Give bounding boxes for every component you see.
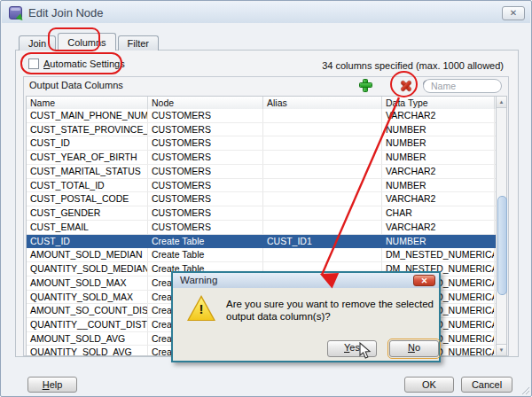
cell-name: CUST_TOTAL_ID: [27, 179, 148, 192]
cell-node: CUSTOMERS: [148, 179, 263, 192]
no-button[interactable]: No: [389, 340, 439, 357]
cell-alias: [263, 165, 382, 178]
table-row[interactable]: CUST_GENDERCUSTOMERSCHAR: [27, 206, 496, 221]
scroll-down-icon[interactable]: ▼: [497, 344, 506, 355]
table-row[interactable]: CUST_TOTAL_IDCUSTOMERSNUMBER: [27, 179, 496, 193]
cell-name: AMOUNT_SOLD_MEDIAN: [27, 248, 148, 261]
scrollbar-thumb[interactable]: [497, 196, 507, 295]
help-button[interactable]: Help: [27, 377, 77, 393]
cell-node: CUSTOMERS: [148, 221, 263, 234]
cell-node: CUSTOMERS: [148, 109, 263, 122]
cell-name: CUST_MARITAL_STATUS: [27, 165, 148, 178]
cell-alias: [263, 151, 382, 164]
cell-alias: [263, 136, 382, 150]
yes-button[interactable]: Yes: [327, 340, 377, 357]
cell-type: VARCHAR2: [382, 109, 495, 122]
cell-name: CUST_POSTAL_CODE: [27, 192, 148, 206]
cell-name: CUST_YEAR_OF_BIRTH: [27, 151, 148, 164]
output-data-columns-label: Output Data Columns: [29, 80, 123, 90]
cell-type: VARCHAR2: [382, 192, 495, 206]
cell-name: CUST_STATE_PROVINCE_ID: [27, 123, 148, 136]
cell-alias: CUST_ID1: [263, 235, 382, 248]
automatic-settings-checkbox[interactable]: [28, 58, 39, 69]
columns-count-info: 34 columns specified (max. 1000 allowed): [322, 60, 504, 71]
cell-alias: [263, 192, 382, 206]
cell-alias: [263, 206, 382, 220]
table-row[interactable]: CUST_POSTAL_CODECUSTOMERSVARCHAR2: [27, 192, 496, 206]
table-row[interactable]: CUST_MARITAL_STATUSCUSTOMERSVARCHAR2: [27, 165, 496, 179]
scroll-up-icon[interactable]: ▲: [497, 97, 506, 108]
table-row[interactable]: CUST_IDCreate TableCUST_ID1NUMBER: [27, 235, 496, 249]
cell-name: QUANTITY_SOLD_AVG: [27, 346, 148, 355]
table-row[interactable]: CUST_STATE_PROVINCE_IDCUSTOMERSNUMBER: [27, 123, 496, 137]
table-row[interactable]: CUST_IDCUSTOMERSNUMBER: [27, 136, 496, 151]
cell-name: CUST_MAIN_PHONE_NUMBER: [27, 109, 148, 122]
col-header-data-type[interactable]: Data Type: [382, 97, 495, 109]
resize-grip[interactable]: [520, 385, 529, 394]
table-row[interactable]: CUST_EMAILCUSTOMERSVARCHAR2: [27, 221, 496, 235]
warning-titlebar: Warning: [173, 273, 439, 288]
cell-alias: [263, 109, 382, 122]
cell-type: NUMBER: [382, 179, 495, 192]
cell-name: AMOUNT_SO_COUNT_DIST...: [27, 304, 148, 317]
cell-name: CUST_GENDER: [27, 206, 148, 220]
warning-triangle-icon: !: [187, 295, 215, 321]
search-input[interactable]: [423, 79, 502, 93]
table-scrollbar[interactable]: ▲ ▼: [496, 96, 507, 356]
ok-button[interactable]: OK: [404, 377, 454, 393]
table-header-row: Name Node Alias Data Type: [27, 97, 496, 110]
warning-dialog: Warning ✕ ! Are you sure you want to rem…: [171, 271, 441, 362]
cancel-button[interactable]: Cancel: [461, 377, 512, 393]
tab-bar: Join Columns Filter: [19, 35, 160, 51]
warning-close-icon[interactable]: ✕: [413, 275, 435, 286]
cell-type: VARCHAR2: [382, 165, 495, 178]
cell-name: CUST_EMAIL: [27, 221, 148, 234]
col-header-node[interactable]: Node: [148, 97, 263, 109]
cell-alias: [263, 123, 382, 136]
table-row[interactable]: CUST_YEAR_OF_BIRTHCUSTOMERSNUMBER: [27, 151, 496, 165]
warning-message-line2: output data column(s)?: [226, 310, 434, 323]
tab-columns[interactable]: Columns: [58, 33, 115, 51]
cell-name: CUST_ID: [27, 136, 148, 150]
cell-alias: [263, 179, 382, 192]
warning-message: Are you sure you want to remove the sele…: [226, 298, 434, 323]
cell-node: CUSTOMERS: [148, 151, 263, 164]
cell-type: NUMBER: [382, 235, 495, 248]
window-title: Edit Join Node: [28, 6, 104, 19]
cell-node: Create Table: [148, 248, 263, 261]
remove-column-icon[interactable]: [400, 80, 412, 92]
cell-name: CUST_ID: [27, 235, 148, 248]
cell-name: AMOUNT_SOLD_AVG: [27, 332, 148, 346]
cell-type: NUMBER: [382, 136, 495, 150]
cell-alias: [263, 248, 382, 261]
cell-node: CUSTOMERS: [148, 206, 263, 220]
table-row[interactable]: AMOUNT_SOLD_MEDIANCreate TableDM_NESTED_…: [27, 248, 496, 262]
cell-name: QUANTITY_SOLD_MAX: [27, 291, 148, 304]
table-row[interactable]: CUST_MAIN_PHONE_NUMBERCUSTOMERSVARCHAR2: [27, 109, 496, 123]
tab-join[interactable]: Join: [19, 35, 56, 51]
tab-filter[interactable]: Filter: [118, 35, 159, 51]
cell-type: VARCHAR2: [382, 221, 495, 234]
cell-name: QUANTITY__COUNT_DISTI...: [27, 318, 148, 331]
cell-name: QUANTITY_SOLD_MEDIAN: [27, 262, 148, 276]
window-close-icon[interactable]: ✕: [502, 6, 525, 20]
warning-message-line1: Are you sure you want to remove the sele…: [226, 298, 434, 310]
cell-node: CUSTOMERS: [148, 192, 263, 206]
cell-name: AMOUNT_SOLD_MAX: [27, 276, 148, 290]
cell-node: CUSTOMERS: [148, 165, 263, 178]
col-header-alias[interactable]: Alias: [263, 97, 382, 109]
edit-join-node-icon: [9, 6, 22, 19]
col-header-name[interactable]: Name: [27, 97, 148, 109]
cell-node: CUSTOMERS: [148, 123, 263, 136]
cell-node: CUSTOMERS: [148, 136, 263, 150]
cell-type: CHAR: [382, 206, 495, 220]
cell-alias: [263, 221, 382, 234]
automatic-settings-label: Automatic Settings: [43, 58, 125, 69]
titlebar: Edit Join Node: [2, 2, 530, 23]
cell-node: Create Table: [148, 235, 263, 248]
cell-type: NUMBER: [382, 123, 495, 136]
add-column-icon[interactable]: [359, 79, 372, 92]
cell-type: NUMBER: [382, 151, 495, 164]
cell-type: DM_NESTED_NUMERICALS: [382, 248, 495, 261]
